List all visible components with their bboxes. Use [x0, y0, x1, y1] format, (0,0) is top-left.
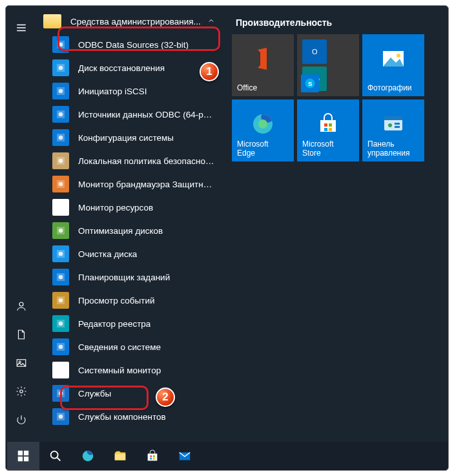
- svg-rect-51: [324, 128, 327, 131]
- svg-text:S: S: [308, 80, 313, 87]
- svg-point-35: [59, 391, 63, 396]
- svg-point-62: [51, 451, 58, 459]
- svg-point-0: [19, 302, 23, 306]
- app-item[interactable]: Просмотр событий: [41, 289, 220, 312]
- app-item[interactable]: Локальная политика безопасности: [41, 149, 220, 172]
- admin-tools-folder[interactable]: Средства администрирования...: [41, 10, 220, 33]
- control-panel-icon: [380, 111, 406, 137]
- pictures-button[interactable]: [6, 349, 37, 377]
- odbc-32-icon: [52, 36, 69, 53]
- svg-point-11: [59, 112, 63, 117]
- skype-icon: S: [301, 74, 319, 92]
- svg-point-45: [397, 54, 400, 57]
- power-button[interactable]: [6, 406, 37, 434]
- folder-icon: [43, 14, 61, 28]
- hamburger-button[interactable]: [6, 14, 37, 42]
- svg-point-3: [20, 390, 23, 393]
- app-item-label: Сведения о системе: [78, 342, 161, 352]
- svg-point-7: [59, 66, 63, 70]
- user-button[interactable]: [6, 292, 37, 320]
- app-item-label: Локальная политика безопасности: [78, 156, 215, 166]
- photos-icon: [380, 46, 406, 72]
- svg-rect-54: [384, 116, 402, 120]
- tile-label: Microsoft Edge: [237, 140, 289, 158]
- app-item[interactable]: Источники данных ODBC (64-раз...: [41, 103, 220, 126]
- taskbar-store[interactable]: [136, 442, 169, 470]
- svg-rect-50: [329, 123, 332, 127]
- app-item-label: Очистка диска: [78, 249, 137, 259]
- recovery-drive-icon: [52, 59, 69, 76]
- app-list: Средства администрирования... ODBC Data …: [37, 6, 224, 442]
- svg-point-13: [59, 136, 63, 140]
- tile-office[interactable]: Office: [232, 34, 294, 96]
- perfmon-icon: [52, 362, 69, 378]
- app-item-label: Службы компонентов: [78, 412, 166, 422]
- app-item[interactable]: Системный монитор: [41, 358, 220, 382]
- app-item[interactable]: Монитор ресурсов: [41, 196, 220, 219]
- svg-point-5: [59, 43, 63, 47]
- taskbar-mail[interactable]: [169, 442, 201, 470]
- svg-rect-64: [115, 454, 126, 460]
- svg-rect-49: [324, 123, 327, 127]
- svg-text:O: O: [312, 48, 318, 56]
- tile-label: Фотографии: [367, 83, 419, 92]
- tile-label: Office: [237, 83, 289, 92]
- store-icon: [315, 111, 341, 137]
- app-item[interactable]: Диск восстановления: [41, 56, 220, 79]
- svg-point-17: [59, 182, 63, 187]
- app-item[interactable]: Оптимизация дисков: [41, 219, 220, 242]
- svg-rect-59: [24, 451, 28, 455]
- chevron-up-icon: [207, 17, 215, 26]
- app-item-label: Конфигурация системы: [78, 133, 174, 143]
- defrag-icon: [52, 222, 69, 239]
- svg-point-33: [59, 368, 63, 373]
- tile-edge[interactable]: Microsoft Edge: [232, 99, 294, 161]
- firewall-monitor-icon: [52, 176, 69, 192]
- app-item[interactable]: Службы: [41, 382, 220, 405]
- svg-rect-60: [18, 457, 23, 461]
- start-rail: [6, 6, 37, 442]
- svg-rect-61: [24, 457, 28, 461]
- svg-rect-56: [395, 123, 400, 125]
- app-item-label: Монитор ресурсов: [78, 203, 153, 212]
- taskbar-explorer[interactable]: [104, 442, 136, 470]
- tile-photos[interactable]: Фотографии: [362, 34, 424, 96]
- app-item[interactable]: Инициатор iSCSI: [41, 79, 220, 103]
- ppt-onenote-icon: [329, 67, 354, 91]
- services-icon: [52, 385, 69, 402]
- svg-rect-66: [150, 455, 152, 457]
- svg-rect-58: [18, 451, 23, 455]
- svg-point-25: [59, 275, 63, 280]
- app-item[interactable]: Службы компонентов: [41, 405, 220, 428]
- app-item-label: Диск восстановления: [78, 63, 165, 73]
- svg-point-27: [59, 298, 63, 303]
- task-scheduler-icon: [52, 269, 69, 285]
- svg-point-9: [59, 89, 63, 94]
- app-item[interactable]: Очистка диска: [41, 242, 220, 265]
- settings-button[interactable]: [6, 377, 37, 406]
- app-item-label: Источники данных ODBC (64-раз...: [78, 110, 215, 119]
- app-item[interactable]: Планировщик заданий: [41, 265, 220, 289]
- tile-ms365[interactable]: O S: [297, 34, 359, 96]
- start-button[interactable]: [7, 442, 39, 470]
- svg-point-29: [59, 322, 63, 326]
- app-item-label: Системный монитор: [78, 366, 161, 375]
- app-item[interactable]: ODBC Data Sources (32-bit): [41, 33, 220, 56]
- tile-control-panel[interactable]: Панель управления: [362, 99, 424, 161]
- app-item[interactable]: Сведения о системе: [41, 335, 220, 358]
- word-excel-icon: [329, 39, 354, 64]
- iscsi-icon: [52, 83, 69, 99]
- tiles-panel: Производительность Office O: [224, 6, 448, 442]
- odbc-64-icon: [52, 106, 69, 123]
- search-button[interactable]: [39, 442, 72, 470]
- app-item[interactable]: Конфигурация системы: [41, 126, 220, 149]
- tile-store[interactable]: Microsoft Store: [297, 99, 359, 161]
- documents-button[interactable]: [6, 320, 37, 349]
- app-item[interactable]: Редактор реестра: [41, 312, 220, 335]
- taskbar-edge[interactable]: [72, 442, 104, 470]
- app-item-label: Службы: [78, 389, 111, 398]
- svg-rect-57: [395, 126, 400, 128]
- app-item-label: Монитор брандмауэра Защитник...: [78, 180, 215, 189]
- tile-group-header[interactable]: Производительность: [232, 15, 440, 34]
- app-item[interactable]: Монитор брандмауэра Защитник...: [41, 172, 220, 196]
